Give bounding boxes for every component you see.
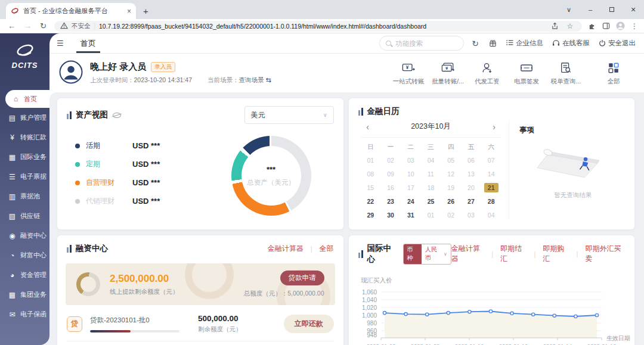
- gift-icon[interactable]: [487, 38, 499, 49]
- topbar-link-企业信息[interactable]: 企业信息: [506, 39, 543, 48]
- window-minimize-button[interactable]: –: [580, 6, 601, 13]
- calendar-day[interactable]: 04: [421, 156, 441, 165]
- sidebar-item-资金管理[interactable]: ◕资金管理: [0, 265, 49, 285]
- financing-link-全部[interactable]: 全部: [320, 244, 334, 254]
- quick-action-全部[interactable]: 全部: [595, 61, 632, 86]
- calendar-day[interactable]: 03: [401, 156, 421, 165]
- sidebar-item-电子票据[interactable]: ☰电子票据: [0, 167, 49, 187]
- share-icon[interactable]: [549, 20, 561, 32]
- sidebar-item-账户管理[interactable]: ▤账户管理: [0, 108, 49, 128]
- url-bar[interactable]: 不安全 | 10.7.19.22:8999/fpaas_bucket/94154…: [54, 21, 582, 32]
- quick-action-批量转账/...[interactable]: ¥批量转账/...: [429, 61, 466, 86]
- intl-link-即期结汇[interactable]: 即期结汇: [500, 244, 527, 264]
- calendar-day[interactable]: 10: [401, 169, 421, 179]
- intl-link-即期外汇买卖[interactable]: 即期外汇买卖: [585, 244, 625, 264]
- tab-close-icon[interactable]: ×: [127, 7, 131, 15]
- browser-menu-icon[interactable]: ⋮: [628, 20, 640, 32]
- function-search[interactable]: [379, 36, 464, 51]
- calendar-day[interactable]: 15: [361, 183, 381, 192]
- calendar-day[interactable]: 01: [421, 210, 441, 220]
- browser-tab[interactable]: 首页 - 企业综合金融服务平台 ×: [6, 3, 136, 19]
- calendar-day[interactable]: 19: [441, 183, 461, 192]
- calendar-day[interactable]: 22: [361, 197, 381, 206]
- quick-action-电票签发[interactable]: 电票签发: [508, 61, 545, 86]
- calendar-prev-icon[interactable]: ‹: [363, 122, 373, 132]
- currency-select[interactable]: 美元 ∨: [244, 106, 334, 124]
- topbar-link-安全退出[interactable]: 安全退出: [599, 39, 636, 48]
- calendar-day[interactable]: 07: [481, 156, 501, 165]
- refresh-icon[interactable]: ↻: [472, 39, 479, 48]
- tab-home[interactable]: 首页: [80, 33, 96, 53]
- profile-avatar-icon[interactable]: [614, 20, 626, 32]
- calendar-day[interactable]: 03: [461, 210, 481, 220]
- calendar-day[interactable]: 20: [461, 183, 481, 192]
- intl-link-金融计算器[interactable]: 金融计算器: [451, 244, 485, 264]
- scene-swap-icon[interactable]: ⇆: [266, 76, 271, 83]
- empty-state-text: 暂无查询结果: [520, 191, 627, 200]
- window-close-button[interactable]: ×: [623, 5, 644, 14]
- quick-action-代发工资[interactable]: 代发工资: [469, 61, 506, 86]
- search-input[interactable]: [395, 40, 457, 47]
- svg-text:980: 980: [367, 320, 377, 327]
- calendar-day[interactable]: 08: [361, 169, 381, 179]
- sidebar-item-国际业务[interactable]: ▦国际业务: [0, 147, 49, 167]
- sidebar-item-财富中心[interactable]: ◔财富中心: [0, 245, 49, 265]
- calendar-day[interactable]: 29: [361, 210, 381, 220]
- calendar-day[interactable]: 02: [380, 156, 401, 165]
- back-icon[interactable]: ←: [8, 21, 16, 30]
- side-panel-icon[interactable]: [600, 20, 612, 32]
- calendar-day[interactable]: 14: [481, 169, 501, 179]
- bookmark-star-icon[interactable]: ☆: [564, 20, 576, 32]
- loan-apply-button[interactable]: 贷款申请: [280, 271, 324, 285]
- subheader: 晚上好 录入员 录入员 上次登录时间：2023-10-20 14:31:47 当…: [49, 54, 644, 92]
- window-maximize-button[interactable]: [601, 6, 623, 13]
- repay-now-button[interactable]: 立即还款: [284, 315, 334, 333]
- calendar-day[interactable]: 06: [461, 156, 481, 165]
- calendar-day[interactable]: 30: [380, 210, 401, 220]
- security-label: 不安全: [72, 22, 91, 30]
- sidebar-item-融资中心[interactable]: ◉融资中心: [0, 226, 49, 245]
- quick-action-label: 一站式转账: [390, 77, 427, 86]
- topbar-link-在线客服[interactable]: 在线客服: [552, 39, 590, 48]
- calendar-day[interactable]: 01: [361, 156, 381, 165]
- sidebar-item-首页[interactable]: ⌂首页: [5, 90, 49, 108]
- calendar-day[interactable]: 16: [380, 183, 401, 192]
- collapse-menu-icon[interactable]: ☰: [57, 39, 64, 48]
- calendar-day[interactable]: 04: [481, 210, 501, 220]
- calendar-day[interactable]: 18: [421, 183, 441, 192]
- extensions-puzzle-icon[interactable]: [586, 20, 597, 32]
- calendar-day-today[interactable]: 21: [484, 183, 499, 192]
- calendar-day[interactable]: 28: [481, 197, 501, 206]
- calendar-day[interactable]: 24: [401, 197, 421, 206]
- sidebar-item-集团业务[interactable]: ▩集团业务: [0, 285, 49, 304]
- new-tab-button[interactable]: +: [143, 6, 148, 16]
- financing-link-金融计算器[interactable]: 金融计算器: [268, 244, 304, 254]
- calendar-day[interactable]: 02: [441, 210, 461, 220]
- ticket-icon: [508, 61, 545, 75]
- sidebar-item-电子保函[interactable]: ✉电子保函: [0, 304, 49, 324]
- calendar-day[interactable]: 26: [441, 197, 461, 206]
- sidebar-item-票据池[interactable]: ▥票据池: [0, 187, 49, 206]
- quick-action-税单查询...[interactable]: 税单查询...: [547, 61, 584, 86]
- sidebar-item-转账汇款[interactable]: ¥转账汇款: [0, 128, 49, 147]
- calendar-day[interactable]: 31: [401, 210, 421, 220]
- calendar-day[interactable]: 25: [421, 197, 441, 206]
- calendar-day[interactable]: 13: [461, 169, 481, 179]
- currency-type-select[interactable]: 币种 人民币∨: [403, 244, 451, 265]
- calendar-day[interactable]: 05: [441, 156, 461, 165]
- calendar-day[interactable]: 11: [421, 169, 441, 179]
- reload-icon[interactable]: ↻: [40, 21, 47, 30]
- forward-icon[interactable]: →: [24, 21, 32, 30]
- sidebar-item-供应链[interactable]: ▧供应链: [0, 206, 49, 226]
- calendar-day[interactable]: 27: [461, 197, 481, 206]
- calendar-day[interactable]: 12: [441, 169, 461, 179]
- calendar-day[interactable]: 09: [380, 169, 401, 179]
- quick-action-一站式转账[interactable]: ¥一站式转账: [390, 61, 427, 86]
- calendar-day[interactable]: 23: [380, 197, 401, 206]
- intl-link-即期购汇[interactable]: 即期购汇: [543, 244, 569, 264]
- tab-search-chevron-icon[interactable]: ∨: [558, 6, 580, 14]
- eye-off-icon[interactable]: [113, 113, 121, 118]
- greeting-block: 晚上好 录入员 录入员 上次登录时间：2023-10-20 14:31:47 当…: [90, 61, 271, 85]
- calendar-day[interactable]: 17: [401, 183, 421, 192]
- calendar-next-icon[interactable]: ›: [490, 122, 499, 132]
